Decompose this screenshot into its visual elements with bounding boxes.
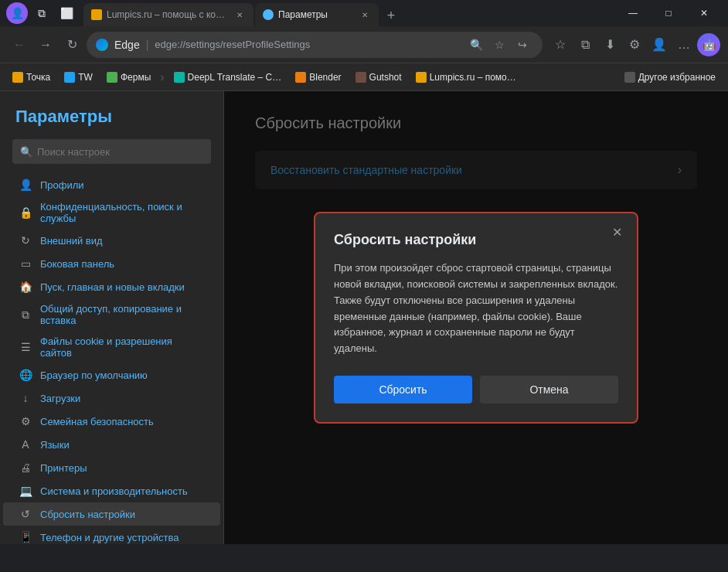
sidebar-item-start[interactable]: 🏠 Пуск, главная и новые вкладки: [3, 275, 220, 298]
dialog-title: Сбросить настройки: [334, 232, 618, 248]
bookmark-gutshot[interactable]: Gutshot: [349, 67, 408, 87]
sidebar-item-reset[interactable]: ↺ Сбросить настройки: [3, 502, 220, 526]
sidebar: Параметры 🔍 👤 Профили 🔒 Конфиденциальнос…: [0, 91, 224, 544]
downloads-button[interactable]: ⬇: [598, 33, 621, 56]
profiles-label: Профили: [40, 179, 84, 191]
dialog-body: При этом произойдет сброс стартовой стра…: [334, 260, 618, 357]
back-button[interactable]: ←: [8, 33, 31, 56]
bookmark-blender-favicon: [295, 72, 306, 83]
reset-icon: ↺: [19, 507, 32, 521]
sidebar-item-sidebar[interactable]: ▭ Боковая панель: [3, 252, 220, 275]
search-input[interactable]: [37, 146, 203, 158]
main-content: Параметры 🔍 👤 Профили 🔒 Конфиденциальнос…: [0, 91, 728, 544]
tab-title: Lumpics.ru – помощь с компьют…: [107, 9, 229, 20]
bookmark-fermy-label: Фермы: [121, 72, 151, 83]
star-button[interactable]: ☆: [488, 34, 510, 56]
bookmark-deepl-favicon: [174, 72, 185, 83]
edge-logo-icon: [96, 39, 108, 51]
address-bar: ← → ↻ Edge | edge://settings/resetProfil…: [0, 26, 728, 63]
bookmark-fermy[interactable]: Фермы: [100, 67, 157, 87]
new-tab-button[interactable]: +: [380, 5, 402, 26]
share-label: Общий доступ, копирование и вставка: [40, 303, 205, 326]
account-button[interactable]: 👤: [648, 33, 671, 56]
sidebar-item-languages[interactable]: A Языки: [3, 433, 220, 456]
sidebar-item-profiles[interactable]: 👤 Профили: [3, 173, 220, 196]
languages-icon: A: [19, 438, 32, 451]
bm-separator: ›: [160, 70, 164, 84]
downloads-label: Загрузки: [40, 393, 80, 404]
search-icon: 🔍: [20, 146, 32, 158]
default-browser-label: Браузер по умолчанию: [40, 369, 148, 381]
address-field[interactable]: Edge | edge://settings/resetProfileSetti…: [87, 32, 543, 58]
tab-settings-close[interactable]: ✕: [359, 9, 371, 21]
settings-more-button[interactable]: …: [672, 33, 696, 56]
tab-settings-title: Параметры: [278, 9, 354, 20]
tab-lumpics[interactable]: Lumpics.ru – помощь с компьют… ✕: [83, 3, 253, 26]
search-box[interactable]: 🔍: [12, 139, 211, 164]
tab-close-button[interactable]: ✕: [233, 9, 246, 21]
tab-settings[interactable]: Параметры ✕: [255, 3, 379, 26]
sidebar-item-default-browser[interactable]: 🌐 Браузер по умолчанию: [3, 363, 220, 386]
address-path: edge://settings/resetProfileSettings: [155, 39, 310, 50]
bookmark-fermy-favicon: [107, 72, 117, 83]
cancel-button[interactable]: Отмена: [480, 376, 618, 403]
sidebar-item-privacy[interactable]: 🔒 Конфиденциальность, поиск и службы: [3, 196, 220, 229]
dialog-close-button[interactable]: ✕: [607, 223, 626, 241]
address-brand: Edge: [114, 39, 140, 51]
confirm-reset-button[interactable]: Сбросить: [334, 376, 472, 403]
bookmark-tw-favicon: [64, 72, 75, 83]
bookmark-label: Точка: [26, 72, 50, 83]
refresh-button[interactable]: ↻: [60, 33, 83, 56]
downloads-nav-icon: ↓: [19, 391, 32, 405]
toolbar-icons: ☆ ⧉ ⬇ ⚙ 👤 … 🤖: [549, 33, 720, 56]
bookmark-lumpics-label: Lumpics.ru – помо…: [430, 72, 516, 83]
reset-label: Сбросить настройки: [40, 509, 135, 520]
bookmark-blender-label: Blender: [309, 72, 341, 83]
collections-button[interactable]: ☆: [549, 33, 572, 56]
bookmark-more-favicon: [624, 72, 635, 83]
bookmark-more-label: Другое избранное: [638, 72, 716, 83]
bookmark-lumpics[interactable]: Lumpics.ru – помо…: [410, 67, 522, 87]
cookies-icon: ☰: [19, 340, 32, 354]
tab-favicon-settings: [263, 9, 274, 20]
copilot-button[interactable]: 🤖: [697, 33, 720, 56]
maximize-button[interactable]: □: [651, 0, 686, 26]
sidebar-item-downloads[interactable]: ↓ Загрузки: [3, 386, 220, 410]
sidebar-label: Боковая панель: [40, 258, 114, 270]
sidebar-item-appearance[interactable]: ↻ Внешний вид: [3, 229, 220, 252]
bookmark-lumpics-favicon: [416, 72, 427, 83]
bookmark-deepl[interactable]: DeepL Translate – С…: [168, 67, 288, 87]
bookmark-more[interactable]: Другое избранное: [618, 67, 722, 87]
forward-button[interactable]: →: [34, 33, 57, 56]
extensions-button[interactable]: ⚙: [623, 33, 646, 56]
sidebar-item-family[interactable]: ⚙ Семейная безопасность: [3, 410, 220, 433]
sidebar-item-cookies[interactable]: ☰ Файлы cookie и разрешения сайтов: [3, 331, 220, 363]
new-tab-icon-button[interactable]: ⬜: [56, 2, 77, 24]
languages-label: Языки: [40, 439, 70, 451]
privacy-label: Конфиденциальность, поиск и службы: [40, 201, 205, 224]
profile-avatar[interactable]: 👤: [6, 2, 28, 24]
family-label: Семейная безопасность: [40, 416, 154, 427]
minimize-button[interactable]: —: [615, 0, 651, 26]
sidebar-icon: ▭: [19, 257, 32, 271]
sidebar-item-share[interactable]: ⧉ Общий доступ, копирование и вставка: [3, 298, 220, 331]
sidebar-item-system[interactable]: 💻 Система и производительность: [3, 479, 220, 502]
window-close-button[interactable]: ✕: [686, 0, 722, 26]
share-icon: ⧉: [19, 308, 32, 322]
sidebar-item-phone[interactable]: 📱 Телефон и другие устройства: [3, 526, 220, 544]
settings-panel: Сбросить настройки Восстановить стандарт…: [224, 91, 728, 544]
bookmark-gutshot-label: Gutshot: [369, 72, 402, 83]
bookmark-favicon: [12, 72, 23, 83]
bookmark-tocka[interactable]: Точка: [6, 67, 56, 87]
tab-favicon: [91, 9, 102, 20]
share-button[interactable]: ↪: [512, 34, 533, 56]
history-button[interactable]: ⧉: [573, 33, 597, 56]
tabs-bar: Lumpics.ru – помощь с компьют… ✕ Парамет…: [80, 0, 612, 26]
search-address-icon[interactable]: 🔍: [465, 34, 487, 56]
bookmark-blender[interactable]: Blender: [289, 67, 347, 87]
sidebar-item-printers[interactable]: 🖨 Принтеры: [3, 456, 220, 479]
new-window-button[interactable]: ⧉: [31, 2, 53, 24]
start-label: Пуск, главная и новые вкладки: [40, 281, 185, 293]
bookmark-gutshot-favicon: [355, 72, 366, 83]
bookmark-tw[interactable]: TW: [58, 67, 99, 87]
